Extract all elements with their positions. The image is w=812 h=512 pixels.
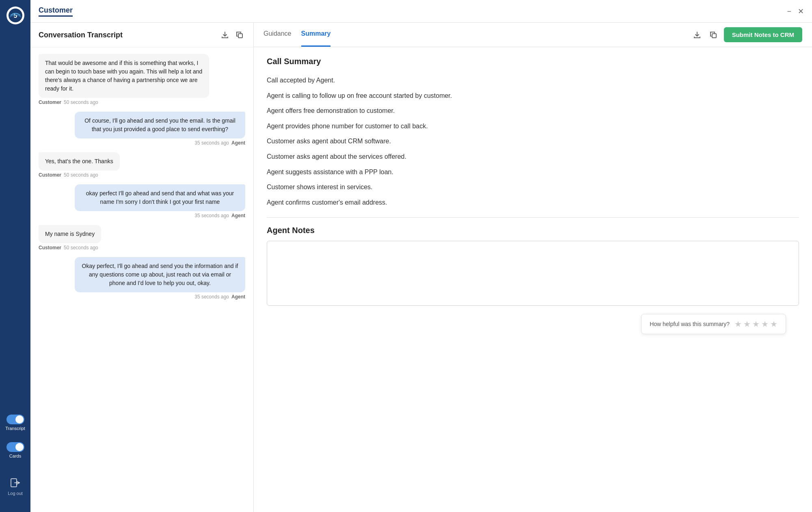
star-4[interactable]: ★ [761, 319, 769, 329]
summary-header: Guidance Summary [254, 23, 812, 47]
rating-footer: How helpful was this summary? ★ ★ ★ ★ ★ [267, 307, 799, 341]
message-text-3: Yes, that's the one. Thanks [45, 158, 113, 164]
top-bar: Customer − ✕ [30, 0, 812, 23]
agent-notes-title: Agent Notes [267, 226, 799, 235]
summary-item-1: Agent is calling to follow up on free ac… [267, 89, 799, 103]
message-group-5: My name is Sydney Customer 50 seconds ag… [39, 225, 245, 251]
summary-item-6: Agent suggests assistance with a PPP loa… [267, 165, 799, 179]
message-meta-2: 35 seconds ago Agent [194, 140, 245, 146]
message-text-1: That would be awesome and if this is som… [45, 60, 202, 92]
section-divider [267, 217, 799, 218]
star-5[interactable]: ★ [770, 319, 777, 329]
message-text-2: Of course, I'll go ahead and send you th… [84, 117, 235, 132]
star-3[interactable]: ★ [752, 319, 760, 329]
transcript-copy-button[interactable] [234, 29, 245, 41]
message-group-3: Yes, that's the one. Thanks Customer 50 … [39, 152, 245, 178]
agent-notes-input[interactable] [267, 241, 799, 306]
summary-item-2: Agent offers free demonstration to custo… [267, 104, 799, 118]
window-controls: − ✕ [787, 8, 804, 15]
summary-copy-button[interactable] [708, 29, 719, 41]
message-meta-4: 35 seconds ago Agent [194, 213, 245, 218]
transcript-header: Conversation Transcript [30, 23, 253, 48]
logo-image: 5 [6, 6, 24, 24]
svg-rect-5 [712, 34, 716, 38]
message-meta-6: 35 seconds ago Agent [194, 294, 245, 300]
transcript-label: Transcript [5, 426, 25, 431]
close-button[interactable]: ✕ [798, 8, 804, 15]
star-rating: ★ ★ ★ ★ ★ [734, 319, 777, 329]
transcript-toggle[interactable] [6, 415, 24, 424]
sidebar-item-cards[interactable]: Cards [0, 438, 30, 462]
transcript-panel: Conversation Transcript [30, 23, 254, 512]
summary-item-7: Customer shows interest in services. [267, 180, 799, 194]
message-group-4: okay perfect I'll go ahead and send that… [39, 184, 245, 218]
sidebar-item-logout[interactable]: Log out [0, 472, 30, 500]
message-text-4: okay perfect I'll go ahead and send that… [86, 190, 234, 205]
summary-content: Call Summary Call accepted by Agent. Age… [254, 47, 812, 512]
message-meta-5: Customer 50 seconds ago [39, 245, 98, 251]
message-group-2: Of course, I'll go ahead and send you th… [39, 112, 245, 146]
summary-item-0: Call accepted by Agent. [267, 73, 799, 87]
main-content: Customer − ✕ Conversation Transcript [30, 0, 812, 512]
summary-item-5: Customer asks agent about the services o… [267, 150, 799, 164]
rating-box: How helpful was this summary? ★ ★ ★ ★ ★ [641, 314, 786, 334]
minimize-button[interactable]: − [787, 8, 791, 15]
message-group-6: Okay perfect, I'll go ahead and send you… [39, 257, 245, 300]
sidebar-item-transcript[interactable]: Transcript [0, 410, 30, 435]
bubble-5: My name is Sydney [39, 225, 101, 243]
bubble-2: Of course, I'll go ahead and send you th… [75, 112, 245, 138]
call-summary-title: Call Summary [267, 57, 799, 66]
rating-question: How helpful was this summary? [650, 321, 730, 327]
bubble-1: That would be awesome and if this is som… [39, 54, 209, 98]
panels: Conversation Transcript [30, 23, 812, 512]
cards-label: Cards [9, 454, 21, 458]
message-text-6: Okay perfect, I'll go ahead and send you… [82, 263, 238, 286]
summary-item-4: Customer asks agent about CRM software. [267, 134, 799, 148]
transcript-download-button[interactable] [219, 29, 231, 41]
summary-item-8: Agent confirms customer's email address. [267, 196, 799, 210]
transcript-title: Conversation Transcript [39, 31, 123, 39]
logout-label: Log out [8, 491, 23, 496]
tab-guidance[interactable]: Guidance [263, 23, 292, 47]
message-meta-1: Customer 50 seconds ago [39, 99, 98, 105]
svg-rect-4 [238, 34, 242, 38]
bubble-4: okay perfect I'll go ahead and send that… [75, 184, 245, 211]
bubble-6: Okay perfect, I'll go ahead and send you… [75, 257, 245, 292]
cards-toggle[interactable] [6, 442, 24, 452]
summary-panel: Guidance Summary [254, 23, 812, 512]
tab-summary[interactable]: Summary [301, 23, 331, 47]
bubble-3: Yes, that's the one. Thanks [39, 152, 120, 171]
message-text-5: My name is Sydney [45, 231, 95, 237]
transcript-header-actions [219, 29, 245, 41]
star-2[interactable]: ★ [743, 319, 751, 329]
page-title: Customer [39, 6, 73, 17]
transcript-messages: That would be awesome and if this is som… [30, 48, 253, 512]
summary-item-3: Agent provides phone number for customer… [267, 119, 799, 133]
message-meta-3: Customer 50 seconds ago [39, 172, 98, 178]
message-group-1: That would be awesome and if this is som… [39, 54, 245, 105]
header-right: Submit Notes to CRM [691, 27, 802, 42]
tabs: Guidance Summary [263, 23, 330, 47]
star-1[interactable]: ★ [734, 319, 742, 329]
sidebar: 5 Transcript Cards [0, 0, 30, 512]
summary-download-button[interactable] [691, 29, 703, 41]
submit-notes-button[interactable]: Submit Notes to CRM [724, 27, 802, 42]
app-logo: 5 [0, 0, 30, 30]
